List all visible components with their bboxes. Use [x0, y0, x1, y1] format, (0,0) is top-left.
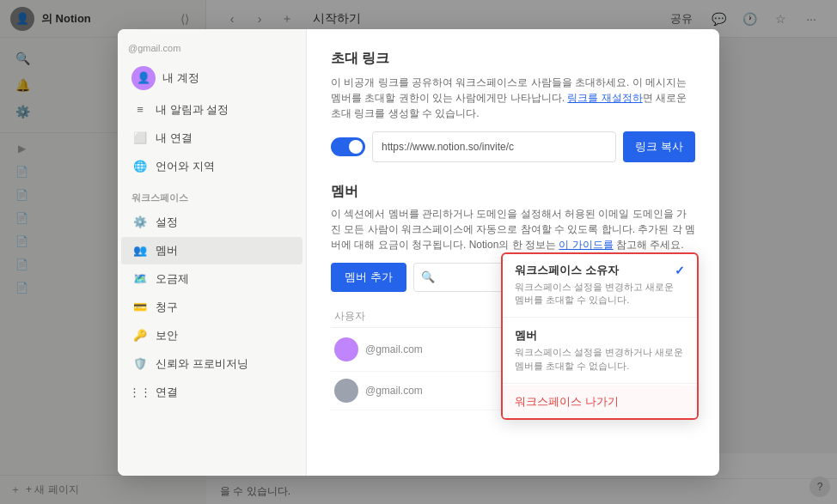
guide-link[interactable]: 이 가이드를: [559, 239, 613, 251]
modal-sidebar-item-members[interactable]: 👥 멤버: [121, 237, 302, 264]
invite-link-section: 초대 링크 이 비공개 링크를 공유하여 워크스페이스로 사람들을 초대하세요.…: [331, 50, 695, 162]
leave-workspace-option[interactable]: 워크스페이스 나가기: [503, 386, 697, 418]
role-option-member[interactable]: 멤버 워크스페이스 설정을 변경하거나 새로운 멤버를 초대할 수 없습니다.: [503, 319, 697, 381]
avatar: [334, 379, 358, 403]
settings-modal: @gmail.com 👤 내 계정 ≡ 내 알림과 설정 ⬜ 내 연결 🌐 언어…: [118, 29, 719, 476]
modal-sidebar-item-payment[interactable]: 💳 청구: [121, 294, 302, 321]
role-dropdown: 워크스페이스 소유자 ✓ 워크스페이스 설정을 변경하고 새로운 멤버를 초대할…: [501, 252, 699, 421]
credit-card-icon: 💳: [131, 299, 149, 316]
lock-icon: 🔑: [131, 327, 149, 344]
user-avatar: 👤: [131, 66, 156, 90]
checkmark-icon: ✓: [675, 264, 685, 277]
settings-icon: ⚙️: [131, 214, 149, 231]
role-option-member-header: 멤버: [515, 328, 685, 343]
modal-sidebar-item-language[interactable]: 🌐 언어와 지역: [121, 153, 302, 180]
modal-sidebar-item-integrations[interactable]: ⋮⋮ 연결: [121, 379, 302, 406]
modal-sidebar-item-connections[interactable]: ⬜ 내 연결: [121, 124, 302, 152]
add-member-button[interactable]: 멤버 추가: [331, 263, 406, 292]
modal-sidebar-item-settings[interactable]: ⚙️ 설정: [121, 209, 302, 236]
invite-section-title: 초대 링크: [331, 50, 695, 68]
member-section-desc: 이 섹션에서 멤버를 관리하거나 도메인을 설정해서 허용된 이메일 도메인을 …: [331, 206, 695, 252]
user-email: @gmail.com: [118, 39, 306, 60]
grid-icon: ⋮⋮: [131, 384, 149, 401]
member-email-1: @gmail.com: [365, 343, 520, 355]
search-icon-small: 🔍: [421, 270, 435, 283]
modal-sidebar-item-security[interactable]: 🔑 보안: [121, 322, 302, 349]
people-icon: 👥: [131, 242, 149, 259]
modal-sidebar: @gmail.com 👤 내 계정 ≡ 내 알림과 설정 ⬜ 내 연결 🌐 언어…: [118, 29, 307, 476]
invite-row: 링크 복사: [331, 131, 695, 162]
reset-link[interactable]: 링크를 재설정하: [567, 92, 642, 104]
role-option-owner-desc: 워크스페이스 설정을 변경하고 새로운 멤버를 초대할 수 있습니다.: [515, 281, 685, 307]
role-option-owner-header: 워크스페이스 소유자 ✓: [515, 263, 685, 278]
modal-sidebar-item-identity[interactable]: 🛡️ 신뢰와 프로비저닝: [121, 350, 302, 378]
role-divider: [503, 317, 697, 318]
leave-workspace-text: 워크스페이스 나가기: [515, 394, 685, 410]
invite-link-input[interactable]: [372, 131, 616, 162]
billing-icon: 🗺️: [131, 270, 149, 288]
member-section-title: 멤버: [331, 183, 695, 201]
col-header-user: 사용자: [334, 309, 523, 324]
modal-sidebar-item-notifications[interactable]: ≡ 내 알림과 설정: [121, 96, 302, 124]
role-divider-2: [503, 383, 697, 384]
copy-link-button[interactable]: 링크 복사: [623, 131, 695, 162]
role-option-owner[interactable]: 워크스페이스 소유자 ✓ 워크스페이스 설정을 변경하고 새로운 멤버를 초대할…: [503, 254, 697, 316]
workspace-section-title: 워크스페이스: [118, 181, 306, 208]
globe-icon: 🌐: [131, 158, 149, 175]
link-icon: ⬜: [131, 130, 149, 147]
modal-sidebar-item-account[interactable]: 👤 내 계정: [121, 61, 302, 95]
invite-section-desc: 이 비공개 링크를 공유하여 워크스페이스로 사람들을 초대하세요. 이 메시지…: [331, 75, 695, 121]
invite-toggle[interactable]: [331, 137, 365, 156]
member-email-2: @gmail.com: [365, 385, 520, 397]
modal-overlay[interactable]: @gmail.com 👤 내 계정 ≡ 내 알림과 설정 ⬜ 내 연결 🌐 언어…: [0, 0, 837, 504]
avatar: [334, 337, 358, 361]
shield-icon: 🛡️: [131, 355, 149, 373]
modal-sidebar-item-billing[interactable]: 🗺️ 오금제: [121, 265, 302, 293]
app-container: 👤 의 Notion ⟨⟩ 🔍 🔔 ⚙️ ▶ 📄 📄: [0, 0, 837, 504]
modal-main-content: 초대 링크 이 비공개 링크를 공유하여 워크스페이스로 사람들을 초대하세요.…: [307, 29, 719, 476]
bell-icon: ≡: [131, 101, 149, 118]
role-option-member-desc: 워크스페이스 설정을 변경하거나 새로운 멤버를 초대할 수 없습니다.: [515, 346, 685, 373]
